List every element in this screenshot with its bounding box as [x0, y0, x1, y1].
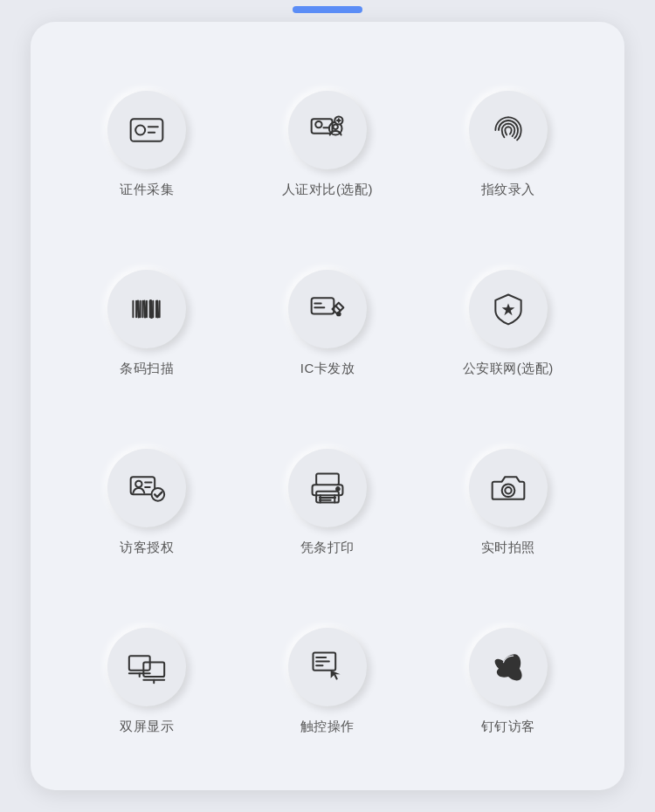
- grid-item-dual-screen[interactable]: 双屏显示: [57, 594, 238, 764]
- label-barcode: 条码扫描: [120, 361, 174, 377]
- icon-circle-print-ticket: [288, 449, 367, 527]
- realtime-photo-icon: [489, 469, 527, 507]
- print-ticket-icon: [308, 469, 347, 507]
- icon-circle-visitor-auth: [107, 449, 186, 527]
- svg-point-32: [135, 481, 141, 487]
- label-touch-control: 触控操作: [300, 719, 355, 735]
- grid-item-dingtalk-visitor[interactable]: 钉钉访客: [417, 594, 598, 764]
- label-ic-card: IC卡发放: [300, 361, 355, 377]
- grid-item-visitor-auth[interactable]: 访客授权: [57, 415, 238, 585]
- visitor-auth-icon: [128, 469, 166, 507]
- touch-control-icon: [308, 648, 347, 686]
- svg-point-35: [152, 488, 165, 501]
- svg-line-28: [335, 306, 341, 311]
- feature-grid: 证件采集 人证对比(选配): [57, 57, 598, 764]
- police-net-icon: [489, 290, 527, 328]
- svg-line-23: [151, 301, 152, 317]
- id-collect-icon: [128, 111, 166, 149]
- svg-point-1: [135, 126, 145, 135]
- drag-handle[interactable]: [293, 6, 362, 13]
- grid-item-realtime-photo[interactable]: 实时拍照: [417, 415, 598, 585]
- svg-point-29: [337, 313, 341, 316]
- svg-point-43: [501, 484, 514, 497]
- svg-rect-25: [312, 298, 334, 313]
- ic-card-icon: [308, 290, 347, 328]
- grid-item-print-ticket[interactable]: 凭条打印: [238, 415, 418, 585]
- svg-point-8: [333, 125, 338, 130]
- label-visitor-auth: 访客授权: [120, 540, 174, 556]
- grid-item-barcode[interactable]: 条码扫描: [57, 236, 238, 406]
- grid-item-id-collect[interactable]: 证件采集: [57, 57, 238, 227]
- svg-point-44: [505, 487, 511, 493]
- grid-item-touch-control[interactable]: 触控操作: [238, 594, 418, 764]
- svg-point-42: [336, 487, 340, 491]
- svg-line-24: [157, 301, 158, 317]
- label-face-compare: 人证对比(选配): [282, 182, 373, 198]
- fingerprint-icon: [489, 111, 527, 149]
- icon-circle-realtime-photo: [469, 449, 548, 527]
- svg-rect-36: [316, 474, 339, 485]
- svg-line-22: [145, 301, 146, 317]
- main-card: 证件采集 人证对比(选配): [31, 22, 624, 790]
- dual-screen-icon: [128, 648, 166, 686]
- face-compare-icon: [308, 111, 347, 149]
- label-police-net: 公安联网(选配): [463, 361, 554, 377]
- icon-circle-dual-screen: [107, 628, 186, 706]
- icon-circle-id-collect: [107, 91, 186, 169]
- grid-item-ic-card[interactable]: IC卡发放: [238, 236, 418, 406]
- grid-item-police-net[interactable]: 公安联网(选配): [417, 236, 598, 406]
- barcode-icon: [128, 290, 166, 328]
- dingtalk-visitor-icon: [489, 648, 527, 686]
- label-id-collect: 证件采集: [120, 182, 174, 198]
- svg-line-21: [138, 301, 139, 317]
- icon-circle-police-net: [469, 270, 548, 348]
- icon-circle-dingtalk-visitor: [469, 628, 548, 706]
- icon-circle-fingerprint: [469, 91, 548, 169]
- label-dual-screen: 双屏显示: [120, 719, 174, 735]
- icon-circle-touch-control: [288, 628, 367, 706]
- icon-circle-barcode: [107, 270, 186, 348]
- icon-circle-face-compare: [288, 91, 367, 169]
- label-print-ticket: 凭条打印: [300, 540, 355, 556]
- svg-marker-30: [501, 304, 514, 316]
- label-realtime-photo: 实时拍照: [481, 540, 535, 556]
- label-fingerprint: 指纹录入: [481, 182, 535, 198]
- grid-item-face-compare[interactable]: 人证对比(选配): [238, 57, 418, 227]
- grid-item-fingerprint[interactable]: 指纹录入: [417, 57, 598, 227]
- icon-circle-ic-card: [288, 270, 367, 348]
- svg-point-5: [315, 121, 321, 127]
- label-dingtalk-visitor: 钉钉访客: [481, 719, 535, 735]
